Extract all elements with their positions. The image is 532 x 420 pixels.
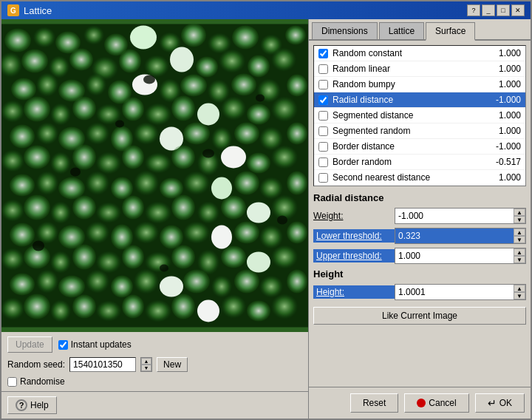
seed-spinbox: ▲ ▼ [140,357,152,372]
randomise-checkbox[interactable] [7,377,17,387]
right-panel: Dimensions Lattice Surface Random consta… [308,19,531,419]
surface-item-random-linear[interactable]: Random linear 1.000 [314,61,525,77]
svg-point-97 [10,223,35,247]
svg-point-72 [271,146,298,169]
surface-item-border-random[interactable]: Border random -0.517 [314,155,525,170]
surface-item-name: Border random [332,157,488,167]
ok-button[interactable]: ↵ OK [475,393,525,413]
svg-point-106 [234,222,259,244]
surface-item-checkbox[interactable] [318,142,328,152]
random-seed-input[interactable] [69,357,136,372]
cancel-icon [417,399,426,407]
svg-point-47 [247,104,270,125]
update-button[interactable]: Update [7,336,52,353]
surface-item-value: 1.000 [488,48,521,58]
lower-threshold-up-button[interactable]: ▲ [514,228,525,236]
surface-item-value: -1.000 [488,141,521,152]
cancel-button[interactable]: Cancel [404,393,468,413]
ok-label: OK [499,398,512,408]
weight-input[interactable] [395,209,514,223]
svg-point-131 [259,276,283,298]
height-spinbox: ▲ ▼ [395,284,526,300]
svg-point-130 [234,270,259,294]
height-up-button[interactable]: ▲ [514,285,525,292]
svg-point-102 [134,222,159,244]
titlebar: G Lattice ? _ □ ✕ [1,1,531,19]
surface-item-random-bumpy[interactable]: Random bumpy 1.000 [314,77,525,92]
svg-point-62 [24,146,50,169]
svg-point-36 [287,75,307,97]
upper-threshold-down-button[interactable]: ▼ [514,256,525,263]
instant-updates-checkbox[interactable] [58,340,68,350]
weight-up-button[interactable]: ▲ [514,209,525,216]
help-button[interactable]: ? Help [7,396,57,414]
svg-point-86 [24,195,50,220]
svg-point-91 [145,202,171,224]
svg-point-123 [58,276,85,298]
instant-updates-label[interactable]: Instant updates [58,339,132,350]
svg-point-139 [145,300,171,322]
like-current-image-button[interactable]: Like Current Image [313,307,526,325]
reset-button[interactable]: Reset [350,393,398,413]
upper-threshold-input[interactable] [395,248,514,263]
surface-item-segmented-random[interactable]: Segmented random 1.000 [314,123,525,139]
svg-point-90 [122,196,144,220]
surface-item-checkbox[interactable] [318,126,328,136]
surface-item-checkbox[interactable] [318,64,328,74]
surface-item-border-distance[interactable]: Border distance -1.000 [314,139,525,155]
weight-label: Weight: [313,211,395,221]
weight-down-button[interactable]: ▼ [514,216,525,223]
main-content: Update Instant updates Random seed: ▲ ▼ [1,19,531,419]
svg-point-120 [271,245,298,269]
svg-point-103 [160,226,183,249]
seed-down-button[interactable]: ▼ [141,365,151,371]
help-titlebar-button[interactable]: ? [467,4,480,16]
svg-point-76 [86,172,109,195]
surface-item-checkbox[interactable] [318,80,328,89]
svg-point-85 [1,200,24,222]
height-section: Height Height: ▲ ▼ Like Current [313,268,526,325]
surface-item-checkbox[interactable] [318,49,328,58]
surface-item-segmented-distance[interactable]: Segmented distance 1.000 [314,108,525,123]
surface-item-checkbox[interactable] [318,95,328,105]
svg-point-133 [1,298,24,320]
svg-point-135 [50,300,71,322]
svg-point-151 [33,241,44,251]
surface-item-checkbox[interactable] [318,173,328,183]
surface-item-random-constant[interactable]: Random constant 1.000 [314,46,525,61]
svg-point-23 [248,55,270,78]
height-input[interactable] [395,285,514,299]
svg-point-21 [196,57,218,78]
close-button[interactable]: ✕ [511,4,525,16]
lower-threshold-input[interactable] [395,228,514,243]
upper-threshold-label: Upper threshold: [313,249,395,262]
seed-up-button[interactable]: ▲ [141,358,151,365]
svg-point-144 [271,294,298,319]
svg-point-42 [122,98,144,121]
surface-item-value: 1.000 [488,126,521,136]
svg-point-126 [134,269,159,294]
minimize-button[interactable]: _ [482,4,495,16]
tab-surface[interactable]: Surface [426,22,475,41]
surface-item-checkbox[interactable] [318,111,328,121]
surface-item-radial-distance[interactable]: Radial distance -1.000 [314,92,525,108]
surface-list[interactable]: Random constant 1.000 Random linear 1.00… [313,45,526,186]
new-button[interactable]: New [157,357,188,372]
svg-point-147 [70,168,81,177]
surface-item-checkbox[interactable] [318,158,328,167]
tab-dimensions[interactable]: Dimensions [312,22,378,39]
maximize-button[interactable]: □ [497,4,510,16]
lower-threshold-down-button[interactable]: ▼ [514,236,525,243]
svg-point-142 [221,295,246,319]
surface-item-second-nearest[interactable]: Second nearest distance 1.000 [314,170,525,186]
svg-point-108 [287,222,307,244]
tab-lattice[interactable]: Lattice [379,22,424,39]
svg-point-107 [259,226,283,249]
height-down-button[interactable]: ▼ [514,292,525,299]
svg-point-12 [285,26,306,45]
svg-point-45 [197,104,219,126]
upper-threshold-up-button[interactable]: ▲ [514,248,525,256]
svg-point-4 [83,26,104,45]
svg-point-68 [171,146,195,169]
lattice-svg [1,19,308,332]
